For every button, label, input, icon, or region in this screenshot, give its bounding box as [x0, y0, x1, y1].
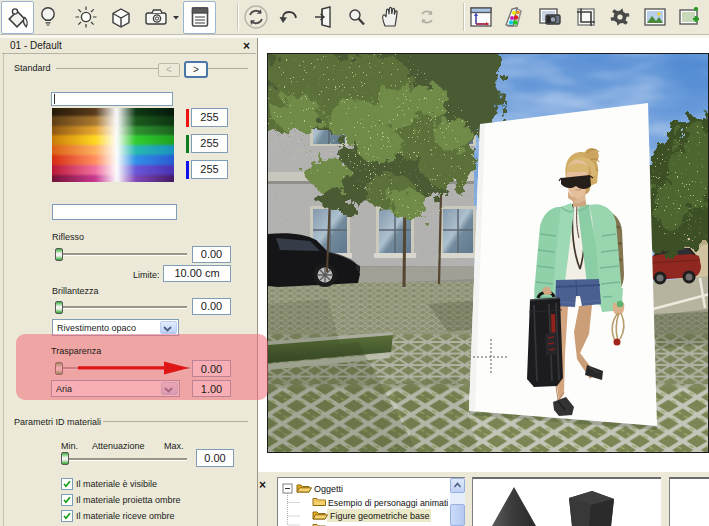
svg-text:Figure geometriche base: Figure geometriche base	[330, 511, 430, 521]
svg-text:Oggetti: Oggetti	[314, 484, 343, 494]
svg-text:Esempio di personaggi animati: Esempio di personaggi animati	[328, 498, 448, 508]
